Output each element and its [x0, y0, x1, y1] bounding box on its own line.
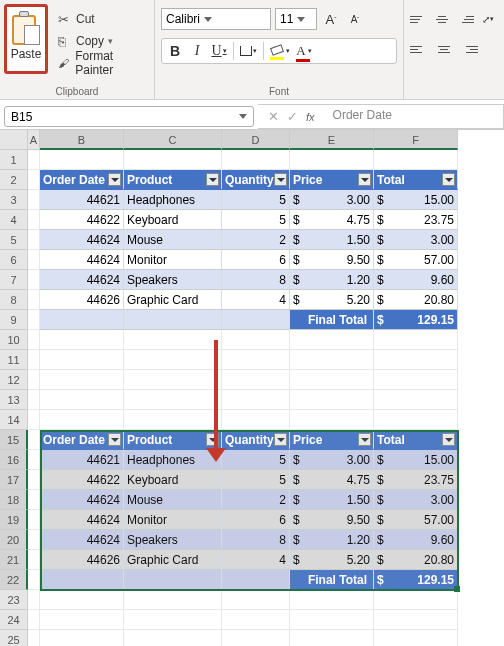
header-cell[interactable]: Price: [290, 170, 374, 190]
row-header[interactable]: 3: [0, 190, 28, 210]
cell[interactable]: Headphones: [124, 190, 222, 210]
cell[interactable]: 44626: [40, 290, 124, 310]
cell[interactable]: [290, 590, 374, 610]
cell[interactable]: [124, 310, 222, 330]
cell[interactable]: 44624: [40, 490, 124, 510]
paste-button[interactable]: Paste: [4, 4, 48, 74]
cell[interactable]: [222, 630, 290, 646]
cell[interactable]: [222, 350, 290, 370]
cell[interactable]: Monitor: [124, 250, 222, 270]
row-header[interactable]: 13: [0, 390, 28, 410]
cell[interactable]: [222, 410, 290, 430]
cell[interactable]: [28, 230, 40, 250]
cell[interactable]: [28, 390, 40, 410]
cell[interactable]: [374, 410, 458, 430]
cell[interactable]: [28, 350, 40, 370]
cell[interactable]: $23.75: [374, 210, 458, 230]
cell[interactable]: [28, 330, 40, 350]
row-header[interactable]: 14: [0, 410, 28, 430]
cell[interactable]: $129.15: [374, 310, 458, 330]
formula-bar-content[interactable]: Order Date: [325, 104, 504, 129]
cell[interactable]: [28, 150, 40, 170]
italic-button[interactable]: I: [187, 40, 207, 62]
cell[interactable]: [290, 150, 374, 170]
row-header[interactable]: 25: [0, 630, 28, 646]
row-header[interactable]: 6: [0, 250, 28, 270]
cell[interactable]: [374, 150, 458, 170]
cell[interactable]: $1.20: [290, 270, 374, 290]
cell[interactable]: Speakers: [124, 530, 222, 550]
cell[interactable]: 44624: [40, 250, 124, 270]
format-painter-button[interactable]: Format Painter: [56, 52, 150, 74]
cell[interactable]: [40, 310, 124, 330]
cell[interactable]: $15.00: [374, 450, 458, 470]
cell[interactable]: Keyboard: [124, 210, 222, 230]
cell[interactable]: [40, 570, 124, 590]
cell[interactable]: 44624: [40, 530, 124, 550]
cell[interactable]: 44624: [40, 230, 124, 250]
cell[interactable]: [124, 390, 222, 410]
filter-button[interactable]: [206, 173, 219, 186]
cell[interactable]: Mouse: [124, 230, 222, 250]
enter-icon[interactable]: ✓: [287, 109, 298, 124]
cell[interactable]: $3.00: [290, 190, 374, 210]
cell[interactable]: $3.00: [290, 450, 374, 470]
row-header[interactable]: 10: [0, 330, 28, 350]
cell[interactable]: [28, 270, 40, 290]
filter-button[interactable]: [442, 173, 455, 186]
col-header-b[interactable]: B: [40, 130, 124, 150]
align-middle-button[interactable]: [433, 10, 452, 28]
font-color-button[interactable]: A▾: [294, 40, 314, 62]
cell[interactable]: 6: [222, 250, 290, 270]
row-header[interactable]: 12: [0, 370, 28, 390]
cell[interactable]: Graphic Card: [124, 290, 222, 310]
cell[interactable]: [222, 390, 290, 410]
cell[interactable]: $4.75: [290, 210, 374, 230]
cell[interactable]: $23.75: [374, 470, 458, 490]
cell[interactable]: [290, 630, 374, 646]
cell[interactable]: [40, 630, 124, 646]
cell[interactable]: [374, 610, 458, 630]
header-cell[interactable]: Product: [124, 170, 222, 190]
cell[interactable]: 5: [222, 210, 290, 230]
cell[interactable]: [28, 530, 40, 550]
cell[interactable]: [290, 330, 374, 350]
underline-button[interactable]: U▾: [209, 40, 229, 62]
cell[interactable]: [374, 350, 458, 370]
cell[interactable]: [28, 370, 40, 390]
cell[interactable]: [28, 470, 40, 490]
row-header[interactable]: 20: [0, 530, 28, 550]
row-header[interactable]: 2: [0, 170, 28, 190]
cell[interactable]: Graphic Card: [124, 550, 222, 570]
cell[interactable]: [124, 330, 222, 350]
cell[interactable]: [28, 630, 40, 646]
align-right-button[interactable]: [458, 40, 478, 58]
cell[interactable]: [124, 630, 222, 646]
cell[interactable]: [28, 250, 40, 270]
cell[interactable]: [28, 570, 40, 590]
row-header[interactable]: 16: [0, 450, 28, 470]
cell[interactable]: $15.00: [374, 190, 458, 210]
cell[interactable]: [28, 590, 40, 610]
row-header[interactable]: 15: [0, 430, 28, 450]
cell[interactable]: [28, 550, 40, 570]
align-top-button[interactable]: [410, 10, 429, 28]
filter-button[interactable]: [108, 433, 121, 446]
cell[interactable]: [40, 610, 124, 630]
col-header-d[interactable]: D: [222, 130, 290, 150]
header-cell[interactable]: Order Date: [40, 430, 124, 450]
col-header-a[interactable]: A: [28, 130, 40, 150]
cell[interactable]: $129.15: [374, 570, 458, 590]
cell[interactable]: Mouse: [124, 490, 222, 510]
cell[interactable]: [374, 590, 458, 610]
cell[interactable]: 44622: [40, 470, 124, 490]
cell[interactable]: [40, 410, 124, 430]
cell[interactable]: [222, 590, 290, 610]
fx-icon[interactable]: fx: [306, 111, 315, 123]
cell[interactable]: [28, 190, 40, 210]
cell[interactable]: $1.20: [290, 530, 374, 550]
cell[interactable]: 44624: [40, 510, 124, 530]
row-header[interactable]: 24: [0, 610, 28, 630]
font-size-dropdown[interactable]: 11: [275, 8, 317, 30]
cell[interactable]: 4: [222, 550, 290, 570]
